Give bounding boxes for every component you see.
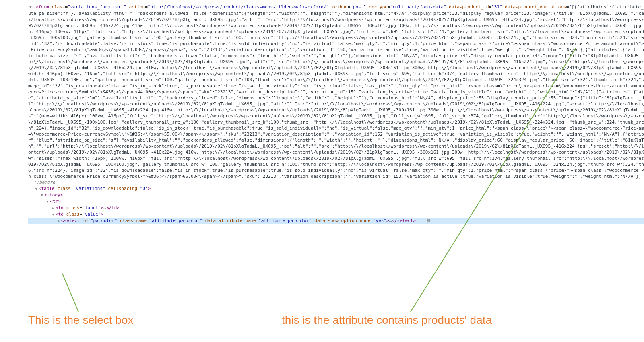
attr-class-empty: class	[120, 218, 133, 223]
dom-node-table[interactable]: ▼<table class="variations" cellspacing="…	[28, 185, 644, 192]
attr-variations-name: data-product_variations	[505, 4, 566, 10]
attr-class: variations_form cart	[70, 4, 124, 10]
devtools-elements-panel: ▼ <form class="variations_form cart" act…	[0, 0, 644, 228]
dom-node-tr[interactable]: ▼<tr>	[28, 198, 644, 205]
tag-name: tr	[53, 199, 58, 204]
pseudo-before: ::before	[28, 179, 644, 185]
dom-node-tbody[interactable]: ▼<tbody>	[28, 192, 644, 198]
attr-class: label	[85, 205, 98, 210]
attr-name: attribute_pa_color	[152, 218, 200, 223]
expand-toggle-icon[interactable]: ▶	[56, 218, 61, 224]
expand-toggle-icon[interactable]: ▼	[39, 192, 44, 198]
attr-id: pa_color	[93, 218, 115, 223]
expand-toggle-icon[interactable]: ▼	[28, 4, 33, 10]
expand-toggle-icon[interactable]: ▼	[34, 186, 39, 192]
attr-class: value	[85, 212, 98, 217]
tag-name: td	[58, 205, 64, 210]
expand-toggle-icon[interactable]: ▼	[51, 212, 56, 218]
selected-node-marker: == $0	[416, 218, 432, 223]
attr-method: post	[353, 4, 364, 10]
tag-name: table	[41, 186, 55, 191]
expand-toggle-icon[interactable]: ▶	[51, 205, 56, 211]
tag-name: form	[38, 4, 49, 10]
dom-node-td-value[interactable]: ▼<td class="value">	[28, 211, 644, 218]
ellipsis: …	[103, 205, 106, 210]
tag-name: td	[58, 212, 64, 217]
attr-action: http://localhost/wordpress/product/clark…	[150, 4, 326, 10]
tag-name: select	[64, 218, 80, 223]
dom-node-td-label[interactable]: ▶<td class="label">…</td>	[28, 205, 644, 211]
dom-node-select-highlighted[interactable]: ▶<select id="pa_color" class name="attri…	[28, 218, 644, 224]
expand-toggle-icon[interactable]: ▼	[45, 199, 50, 205]
tag-name: tbody	[47, 192, 60, 198]
attr-class: variations	[76, 186, 103, 191]
attr-product-id: 31	[494, 4, 500, 10]
dom-node-form[interactable]: ▼ <form class="variations_form cart" act…	[28, 4, 644, 179]
attr-cellspacing: 0	[142, 186, 145, 191]
attr-show-option-none: yes	[376, 218, 384, 223]
attr-enctype: multipart/form-data	[393, 4, 444, 10]
attr-variations-value: [{"attributes":{"attribute_pa_color":"bl…	[28, 4, 644, 179]
attr-data-attribute-name: attribute_pa_color	[261, 218, 309, 223]
